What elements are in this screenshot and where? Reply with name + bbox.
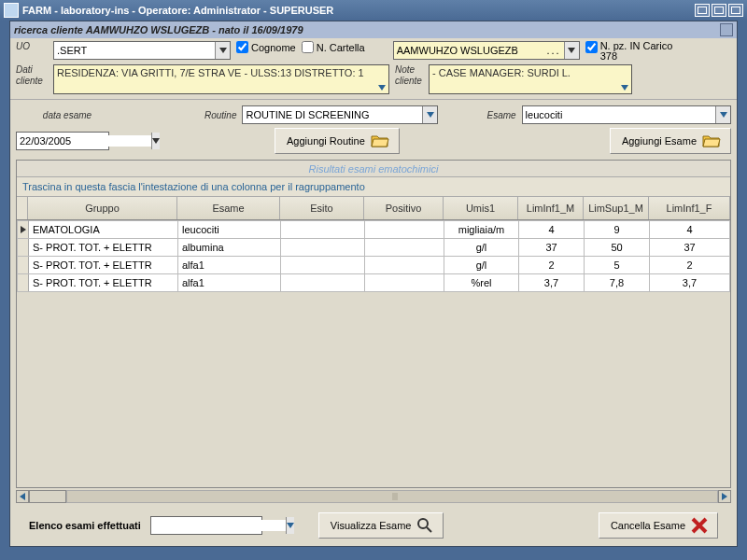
client-combo[interactable]: ... xyxy=(393,41,580,60)
col-limsup1m[interactable]: LimSup1_M xyxy=(584,197,649,219)
table-row[interactable]: EMATOLOGIAleucocitimigliaia/m494 xyxy=(18,221,730,239)
dati-cliente-text: RESIDENZA: VIA GRITTI, 7/E STRA VE - ULS… xyxy=(57,67,364,78)
client-header-text: ricerca cliente AAMWUHZO WSLUGEZB - nato… xyxy=(14,24,303,35)
esame-label: Esame xyxy=(486,110,515,120)
exam-select-row: data esame Routine Esame xyxy=(10,102,737,128)
aggiungi-esame-button[interactable]: Aggiungi Esame xyxy=(610,128,731,154)
uo-combo[interactable] xyxy=(53,41,231,60)
uo-label: UO xyxy=(16,41,48,51)
col-liminf1f[interactable]: LimInf1_F xyxy=(649,197,730,219)
col-esame[interactable]: Esame xyxy=(177,197,280,219)
folder-open-icon xyxy=(371,133,389,148)
client-ellipsis: ... xyxy=(547,45,564,56)
scroll-track[interactable] xyxy=(66,490,718,503)
dati-label-1: Dati xyxy=(16,64,48,75)
scroll-right-button[interactable] xyxy=(718,490,731,503)
routine-label: Routine xyxy=(204,110,236,120)
row-header-spacer xyxy=(17,197,28,219)
data-esame-datepicker[interactable] xyxy=(16,132,109,150)
date-dropdown-icon[interactable] xyxy=(151,133,160,149)
npz-checkbox[interactable]: N. pz. IN Carico378 xyxy=(585,41,673,62)
note-cliente-text: - CASE MANAGER: SURDI L. xyxy=(432,67,571,78)
aggiungi-routine-button[interactable]: Aggiungi Routine xyxy=(275,128,400,154)
magnifier-icon xyxy=(416,517,433,534)
grid-body: EMATOLOGIAleucocitimigliaia/m494S- PROT.… xyxy=(17,220,730,487)
window-title: FARM - laboratory-ins - Operatore: Admin… xyxy=(22,5,333,16)
data-esame-input[interactable] xyxy=(17,135,151,147)
app-frame: ricerca cliente AAMWUHZO WSLUGEZB - nato… xyxy=(9,21,738,547)
client-dropdown-icon[interactable] xyxy=(564,42,579,59)
ncartella-checkbox-input[interactable] xyxy=(302,41,314,53)
col-esito[interactable]: Esito xyxy=(280,197,364,219)
footer-bar: Elenco esami effettuati Visualizza Esame… xyxy=(10,509,737,546)
table-row[interactable]: S- PROT. TOT. + ELETTRalfa1%rel3,77,83,7 xyxy=(18,274,730,292)
elenco-dropdown-icon[interactable] xyxy=(286,517,294,534)
ncartella-label: N. Cartella xyxy=(317,42,365,53)
cognome-checkbox-input[interactable] xyxy=(236,41,248,53)
note-label-1: Note xyxy=(395,64,423,75)
visualizza-esame-button[interactable]: Visualizza Esame xyxy=(318,512,444,539)
client-header: ricerca cliente AAMWUHZO WSLUGEZB - nato… xyxy=(10,21,737,38)
data-esame-label: data esame xyxy=(16,110,119,120)
grid-header-row: Gruppo Esame Esito Positivo Umis1 LimInf… xyxy=(17,197,730,220)
routine-combo[interactable] xyxy=(242,105,438,124)
form-row-2: Dati cliente RESIDENZA: VIA GRITTI, 7/E … xyxy=(10,64,737,97)
aggiungi-routine-label: Aggiungi Routine xyxy=(287,135,365,147)
esame-input[interactable] xyxy=(523,109,715,120)
npz-label: N. pz. IN Carico378 xyxy=(600,41,673,62)
dropdown-corner-icon xyxy=(619,81,630,92)
exam-action-row: Aggiungi Routine Aggiungi Esame xyxy=(10,128,737,158)
results-grid: Risultati esami ematochimici Trascina in… xyxy=(16,160,731,488)
uo-input[interactable] xyxy=(54,45,215,56)
cognome-checkbox[interactable]: Cognome xyxy=(236,41,296,53)
table-row[interactable]: S- PROT. TOT. + ELETTRalfa1g/l252 xyxy=(18,257,730,274)
dropdown-corner-icon xyxy=(376,81,388,92)
maximize-button[interactable] xyxy=(712,4,726,17)
form-row-1: UO Cognome N. Cartella ... N. pz. IN Car… xyxy=(10,38,737,64)
cancella-label: Cancella Esame xyxy=(611,520,685,531)
dati-label-2: cliente xyxy=(16,76,48,86)
routine-input[interactable] xyxy=(243,109,422,120)
cognome-label: Cognome xyxy=(251,42,296,53)
window-titlebar: FARM - laboratory-ins - Operatore: Admin… xyxy=(0,0,747,21)
minimize-button[interactable] xyxy=(695,4,710,17)
routine-dropdown-icon[interactable] xyxy=(422,106,437,123)
elenco-input[interactable] xyxy=(151,520,286,531)
col-umis1[interactable]: Umis1 xyxy=(444,197,518,219)
group-by-bar[interactable]: Trascina in questa fascia l'intestazione… xyxy=(17,177,730,197)
scroll-thumb[interactable] xyxy=(29,490,66,503)
folder-open-icon xyxy=(702,133,721,148)
horizontal-scrollbar[interactable] xyxy=(16,490,731,503)
elenco-combo[interactable] xyxy=(150,516,262,535)
svg-point-0 xyxy=(418,519,428,528)
close-panel-button[interactable] xyxy=(720,23,733,36)
ncartella-checkbox[interactable]: N. Cartella xyxy=(302,41,365,53)
esame-dropdown-icon[interactable] xyxy=(715,106,730,123)
elenco-label: Elenco esami effettuati xyxy=(29,520,141,531)
col-liminf1m[interactable]: LimInf1_M xyxy=(518,197,584,219)
dati-cliente-box[interactable]: RESIDENZA: VIA GRITTI, 7/E STRA VE - ULS… xyxy=(53,64,389,94)
cancella-esame-button[interactable]: Cancella Esame xyxy=(599,512,718,539)
close-window-button[interactable] xyxy=(728,4,743,17)
col-positivo[interactable]: Positivo xyxy=(364,197,444,219)
grid-table: EMATOLOGIAleucocitimigliaia/m494S- PROT.… xyxy=(17,220,730,292)
uo-dropdown-icon[interactable] xyxy=(215,42,230,59)
scroll-left-button[interactable] xyxy=(16,490,29,503)
note-label-2: cliente xyxy=(395,76,423,86)
esame-combo[interactable] xyxy=(522,105,731,124)
client-input[interactable] xyxy=(394,45,547,56)
npz-checkbox-input[interactable] xyxy=(585,41,598,53)
visualizza-label: Visualizza Esame xyxy=(331,520,412,531)
delete-x-icon xyxy=(691,517,708,534)
app-icon xyxy=(4,3,19,18)
grid-title: Risultati esami ematochimici xyxy=(17,161,730,177)
note-cliente-box[interactable]: - CASE MANAGER: SURDI L. xyxy=(429,64,632,94)
col-gruppo[interactable]: Gruppo xyxy=(28,197,177,219)
table-row[interactable]: S- PROT. TOT. + ELETTRalbuminag/l375037 xyxy=(18,239,730,257)
aggiungi-esame-label: Aggiungi Esame xyxy=(622,135,697,147)
